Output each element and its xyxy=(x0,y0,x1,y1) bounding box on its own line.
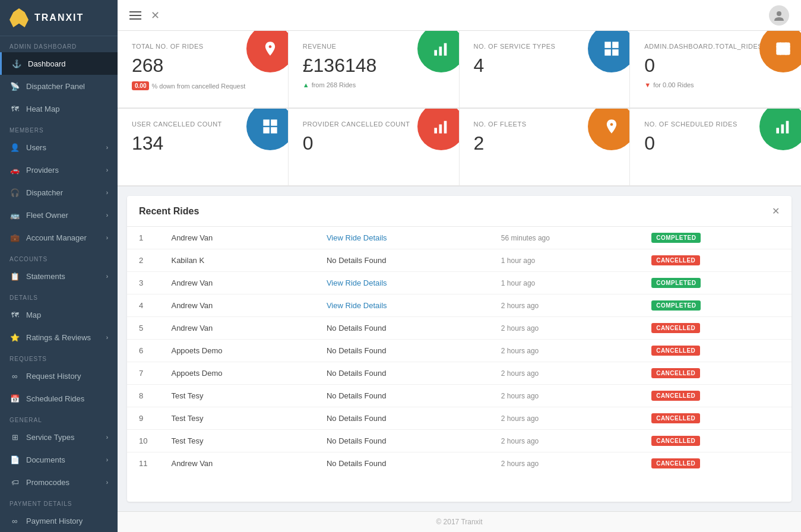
stat-fleets: NO. OF FLEETS 2 xyxy=(460,109,631,186)
ride-user-name: Andrew Van xyxy=(159,452,314,475)
status-badge: CANCELLED xyxy=(651,391,700,401)
ride-status-cell: CANCELLED xyxy=(639,317,791,340)
section-accounts: ACCOUNTS xyxy=(0,249,118,265)
status-badge: COMPLETED xyxy=(651,233,701,243)
sidebar-item-documents[interactable]: 📄 Documents › xyxy=(0,448,118,471)
ride-time: 2 hours ago xyxy=(489,317,639,340)
svg-rect-1 xyxy=(434,50,437,55)
close-button[interactable]: ✕ xyxy=(151,9,160,22)
sidebar-item-scheduled-rides[interactable]: 📅 Scheduled Rides xyxy=(0,387,118,410)
sidebar-item-service-types[interactable]: ⊞ Service Types › xyxy=(0,426,118,448)
stat-sub-text: from 268 Rides xyxy=(312,81,356,88)
ride-details-cell: No Details Found xyxy=(315,430,489,452)
ride-details-cell: View Ride Details xyxy=(315,272,489,294)
ride-user-name: Andrew Van xyxy=(159,272,314,294)
status-badge: CANCELLED xyxy=(651,413,700,423)
dispatch-icon: 📡 xyxy=(10,81,20,91)
ride-number: 11 xyxy=(127,452,159,475)
section-members: MEMBERS xyxy=(0,120,118,136)
sidebar-item-fleet-owner[interactable]: 🚌 Fleet Owner › xyxy=(0,204,118,226)
sidebar-item-promocodes[interactable]: 🏷 Promocodes › xyxy=(0,471,118,493)
sidebar-item-providers[interactable]: 🚗 Providers › xyxy=(0,159,118,181)
headset-icon: 🎧 xyxy=(10,187,20,198)
ride-number: 1 xyxy=(127,227,159,249)
ride-status-cell: COMPLETED xyxy=(639,227,791,249)
ride-user-name: Test Tesy xyxy=(159,407,314,430)
table-row: 2 Kabilan K No Details Found 1 hour ago … xyxy=(127,249,791,272)
ride-user-name: Kabilan K xyxy=(159,249,314,272)
ride-status-cell: CANCELLED xyxy=(639,385,791,407)
table-row: 1 Andrew Van View Ride Details 56 minute… xyxy=(127,227,791,249)
sidebar-item-dashboard[interactable]: ⚓ Dashboard xyxy=(0,52,118,75)
ride-details-cell: No Details Found xyxy=(315,385,489,407)
section-requests: REQUESTS xyxy=(0,349,118,365)
ride-details-cell: No Details Found xyxy=(315,362,489,385)
infinity-icon: ∞ xyxy=(10,370,20,381)
ride-status-cell: CANCELLED xyxy=(639,340,791,362)
no-details-text: No Details Found xyxy=(327,369,386,378)
svg-rect-8 xyxy=(776,43,790,55)
sidebar-item-users[interactable]: 👤 Users › xyxy=(0,136,118,159)
infinity-icon: ∞ xyxy=(10,515,20,526)
stat-admin-total: ADMIN.DASHBOARD.TOTAL_RIDES 0 ▼ for 0.00… xyxy=(630,31,801,108)
sidebar-item-dispatcher-panel[interactable]: 📡 Dispatcher Panel xyxy=(0,75,118,97)
sidebar-item-heat-map[interactable]: 🗺 Heat Map xyxy=(0,97,118,120)
stat-scheduled-rides: NO. OF SCHEDULED RIDES 0 xyxy=(630,109,801,186)
view-ride-details-link[interactable]: View Ride Details xyxy=(327,278,387,287)
svg-rect-14 xyxy=(439,125,442,134)
ride-status-cell: CANCELLED xyxy=(639,430,791,452)
recent-rides-title: Recent Rides xyxy=(139,206,199,217)
sidebar-item-request-history[interactable]: ∞ Request History xyxy=(0,365,118,387)
view-ride-details-link[interactable]: View Ride Details xyxy=(327,301,387,310)
hamburger-menu[interactable] xyxy=(129,11,141,20)
sidebar-item-map[interactable]: 🗺 Map xyxy=(0,303,118,326)
arrow-down-icon: ▼ xyxy=(644,81,651,88)
sidebar-item-statements[interactable]: 📋 Statements › xyxy=(0,265,118,287)
doc-icon: 📋 xyxy=(10,271,20,281)
table-row: 3 Andrew Van View Ride Details 1 hour ag… xyxy=(127,272,791,294)
grid-icon: ⊞ xyxy=(10,432,20,442)
stats-row-2: USER CANCELLED COUNT 134 PROVIDER CANCEL… xyxy=(118,109,801,186)
ride-number: 10 xyxy=(127,430,159,452)
stat-badge: 0.00 xyxy=(132,81,149,90)
svg-rect-13 xyxy=(434,128,437,133)
no-details-text: No Details Found xyxy=(327,346,386,355)
table-row: 8 Test Tesy No Details Found 2 hours ago… xyxy=(127,385,791,407)
table-row: 5 Andrew Van No Details Found 2 hours ag… xyxy=(127,317,791,340)
view-ride-details-link[interactable]: View Ride Details xyxy=(327,233,387,242)
sidebar-item-payment-history[interactable]: ∞ Payment History xyxy=(0,509,118,532)
table-row: 10 Test Tesy No Details Found 2 hours ag… xyxy=(127,430,791,452)
svg-rect-12 xyxy=(271,127,277,134)
no-details-text: No Details Found xyxy=(327,459,386,468)
sidebar-item-dispatcher[interactable]: 🎧 Dispatcher › xyxy=(0,181,118,204)
stat-provider-cancelled: PROVIDER CANCELLED COUNT 0 xyxy=(289,109,460,186)
ride-time: 1 hour ago xyxy=(489,249,639,272)
section-details: DETAILS xyxy=(0,287,118,303)
stat-total-rides: TOTAL NO. OF RIDES 268 0.00 % down from … xyxy=(118,31,289,108)
ride-time: 2 hours ago xyxy=(489,294,639,317)
rides-table: 1 Andrew Van View Ride Details 56 minute… xyxy=(127,227,791,474)
ride-status-cell: COMPLETED xyxy=(639,294,791,317)
status-badge: COMPLETED xyxy=(651,278,701,288)
ride-user-name: Appoets Demo xyxy=(159,340,314,362)
footer-text: © 2017 Tranxit xyxy=(436,518,482,526)
chevron-right-icon: › xyxy=(106,144,108,151)
sidebar-item-ratings[interactable]: ⭐ Ratings & Reviews › xyxy=(0,326,118,349)
ride-details-cell: No Details Found xyxy=(315,340,489,362)
table-row: 11 Andrew Van No Details Found 2 hours a… xyxy=(127,452,791,475)
sidebar-item-account-manager[interactable]: 💼 Account Manager › xyxy=(0,226,118,249)
recent-rides-close-button[interactable]: ✕ xyxy=(772,205,780,217)
svg-rect-7 xyxy=(612,49,619,56)
ride-status-cell: COMPLETED xyxy=(639,272,791,294)
status-badge: CANCELLED xyxy=(651,323,700,333)
status-badge: CANCELLED xyxy=(651,346,700,356)
map-icon: 🗺 xyxy=(10,309,20,320)
ride-number: 6 xyxy=(127,340,159,362)
briefcase-icon: 💼 xyxy=(10,232,20,243)
table-row: 7 Appoets Demo No Details Found 2 hours … xyxy=(127,362,791,385)
user-icon: 👤 xyxy=(10,142,20,153)
user-avatar[interactable] xyxy=(769,5,789,26)
chevron-right-icon: › xyxy=(106,434,108,441)
fleet-icon: 🚌 xyxy=(10,210,20,220)
main-content: ✕ TOTAL NO. OF RIDES 268 0.00 % down fro… xyxy=(118,0,801,532)
